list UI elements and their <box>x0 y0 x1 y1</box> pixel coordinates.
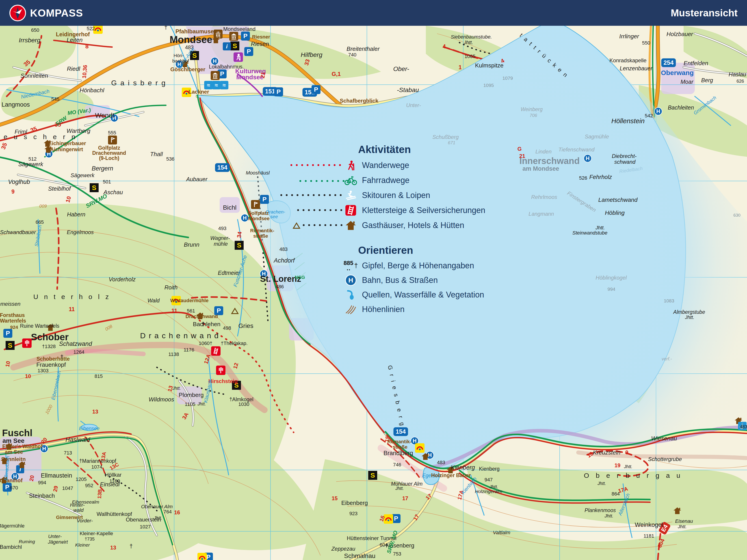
brand-name: KOMPASS <box>30 7 83 19</box>
brand: KOMPASS <box>9 5 83 21</box>
header-bar: KOMPASS Musteransicht <box>0 0 747 26</box>
kompass-logo-icon <box>9 5 26 21</box>
kompass-map-sample-page: { "header": {"brand": "KOMPASS", "title"… <box>0 0 747 560</box>
map-canvas <box>0 0 747 560</box>
page-title: Musteransicht <box>671 7 738 19</box>
